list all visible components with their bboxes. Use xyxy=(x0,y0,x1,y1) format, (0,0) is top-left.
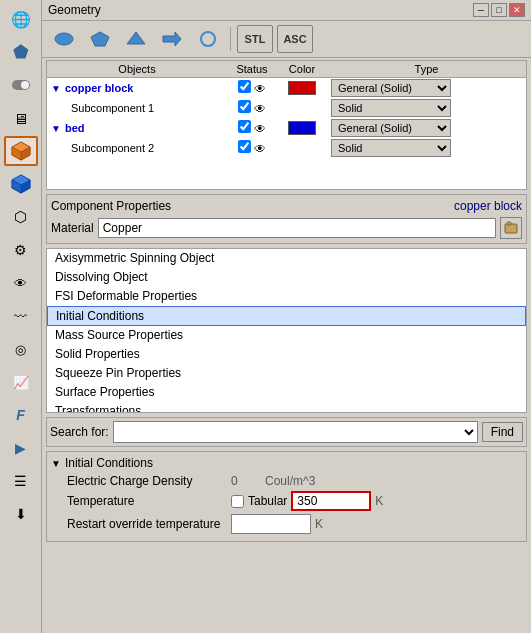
ic-restart-temp-unit: K xyxy=(315,517,365,531)
list-item[interactable]: Axisymmetric Spinning Object xyxy=(47,249,526,268)
minimize-button[interactable]: ─ xyxy=(473,3,489,17)
search-input[interactable] xyxy=(113,421,478,443)
eye-copper-block[interactable]: 👁 xyxy=(254,82,266,96)
table-row[interactable]: ▼bed 👁 General (Solid) xyxy=(47,118,526,138)
window-title: Geometry xyxy=(48,3,101,17)
titlebar-controls: ─ □ ✕ xyxy=(473,3,525,17)
row-name-copper-block[interactable]: ▼copper block xyxy=(47,78,227,99)
sidebar-icon-monitor[interactable]: 🖥 xyxy=(4,103,38,133)
list-item[interactable]: Mass Source Properties xyxy=(47,326,526,345)
eye-bed[interactable]: 👁 xyxy=(254,122,266,136)
type-select-subcomponent2[interactable]: Solid xyxy=(331,139,451,157)
row-type-subcomponent2[interactable]: Solid xyxy=(327,138,526,158)
svg-point-1 xyxy=(21,81,29,89)
sidebar-icon-download[interactable]: ⬇ xyxy=(4,499,38,529)
svg-rect-16 xyxy=(507,222,511,225)
type-select-copper-block[interactable]: General (Solid) xyxy=(331,79,451,97)
svg-rect-15 xyxy=(505,224,517,233)
row-type-copper-block[interactable]: General (Solid) xyxy=(327,78,526,99)
eye-subcomponent1[interactable]: 👁 xyxy=(254,102,266,116)
sidebar-icon-toggle[interactable] xyxy=(4,70,38,100)
find-button[interactable]: Find xyxy=(482,422,523,442)
close-button[interactable]: ✕ xyxy=(509,3,525,17)
material-row: Material xyxy=(51,217,522,239)
sidebar-icon-eye[interactable]: 👁 xyxy=(4,268,38,298)
col-header-objects: Objects xyxy=(47,61,227,78)
row-status-copper-block: 👁 xyxy=(227,78,277,99)
sidebar-icon-geometry[interactable]: ⬟ xyxy=(4,37,38,67)
list-item[interactable]: Dissolving Object xyxy=(47,268,526,287)
material-browse-button[interactable] xyxy=(500,217,522,239)
list-item[interactable]: Transformations xyxy=(47,402,526,413)
checkbox-subcomponent2[interactable] xyxy=(238,140,251,153)
checkbox-bed[interactable] xyxy=(238,120,251,133)
sidebar-icon-mesh[interactable]: ⬡ xyxy=(4,202,38,232)
ic-row-restart-temp: Restart override temperature K xyxy=(51,514,522,534)
ic-temperature-input[interactable] xyxy=(291,491,371,511)
ic-electric-charge-value: 0 xyxy=(231,474,261,488)
shape-tool-3-btn[interactable] xyxy=(120,25,152,53)
col-header-type: Type xyxy=(327,61,526,78)
asc-tool-btn[interactable]: ASC xyxy=(277,25,313,53)
row-color-subcomponent1 xyxy=(277,98,327,118)
titlebar: Geometry ─ □ ✕ xyxy=(42,0,531,21)
sidebar-icon-target[interactable]: ◎ xyxy=(4,334,38,364)
ic-temperature-unit: K xyxy=(375,494,425,508)
list-item[interactable]: Surface Properties xyxy=(47,383,526,402)
expand-arrow-bed[interactable]: ▼ xyxy=(51,123,61,134)
table-row[interactable]: Subcomponent 1 👁 Solid xyxy=(47,98,526,118)
ic-restart-temp-input[interactable] xyxy=(231,514,311,534)
circle-tool-btn[interactable] xyxy=(192,25,224,53)
type-select-subcomponent1[interactable]: Solid xyxy=(331,99,451,117)
ellipse-tool-btn[interactable] xyxy=(48,25,80,53)
ic-tabular-label: Tabular xyxy=(248,494,287,508)
sidebar: 🌐 ⬟ 🖥 ⬡ ⚙ 👁 〰 ◎ 📈 F ▶ ☰ ⬇ xyxy=(0,0,42,633)
svg-marker-11 xyxy=(91,32,109,46)
row-type-subcomponent1[interactable]: Solid xyxy=(327,98,526,118)
stl-tool-btn[interactable]: STL xyxy=(237,25,273,53)
row-color-copper-block[interactable] xyxy=(277,78,327,99)
row-name-bed[interactable]: ▼bed xyxy=(47,118,227,138)
sidebar-icon-play[interactable]: ▶ xyxy=(4,433,38,463)
list-item[interactable]: Squeeze Pin Properties xyxy=(47,364,526,383)
material-input[interactable] xyxy=(98,218,496,238)
type-select-bed[interactable]: General (Solid) xyxy=(331,119,451,137)
toolbar-separator-1 xyxy=(230,27,231,51)
ic-tabular-checkbox[interactable] xyxy=(231,495,244,508)
main-panel: Geometry ─ □ ✕ STL ASC xyxy=(42,0,531,633)
list-item[interactable]: FSI Deformable Properties xyxy=(47,287,526,306)
list-item[interactable]: Solid Properties xyxy=(47,345,526,364)
svg-marker-13 xyxy=(163,32,181,46)
sidebar-icon-cube-blue[interactable] xyxy=(4,169,38,199)
row-type-bed[interactable]: General (Solid) xyxy=(327,118,526,138)
row-status-subcomponent1: 👁 xyxy=(227,98,277,118)
ic-panel-title: Initial Conditions xyxy=(65,456,153,470)
ic-panel-header: ▼ Initial Conditions xyxy=(51,456,522,470)
sidebar-icon-list[interactable]: ☰ xyxy=(4,466,38,496)
ic-row-electric-charge: Electric Charge Density 0 Coul/m^3 xyxy=(51,474,522,488)
sidebar-icon-graph[interactable]: 📈 xyxy=(4,367,38,397)
sidebar-icon-wave[interactable]: 〰 xyxy=(4,301,38,331)
sidebar-icon-settings[interactable]: ⚙ xyxy=(4,235,38,265)
list-item-initial-conditions[interactable]: Initial Conditions xyxy=(47,306,526,326)
sidebar-icon-globe[interactable]: 🌐 xyxy=(4,4,38,34)
arrow-tool-btn[interactable] xyxy=(156,25,188,53)
sidebar-icon-f[interactable]: F xyxy=(4,400,38,430)
row-name-subcomponent1[interactable]: Subcomponent 1 xyxy=(47,98,227,118)
shape-tool-2-btn[interactable] xyxy=(84,25,116,53)
ic-temperature-label: Temperature xyxy=(67,494,227,508)
sidebar-icon-cube-orange[interactable] xyxy=(4,136,38,166)
objects-panel: Objects Status Color Type ▼copper block … xyxy=(46,60,527,190)
row-name-subcomponent2[interactable]: Subcomponent 2 xyxy=(47,138,227,158)
table-row[interactable]: ▼copper block 👁 General (Solid) xyxy=(47,78,526,99)
expand-arrow-copper[interactable]: ▼ xyxy=(51,83,61,94)
comp-props-title: Component Properties xyxy=(51,199,171,213)
table-row[interactable]: Subcomponent 2 👁 Solid xyxy=(47,138,526,158)
maximize-button[interactable]: □ xyxy=(491,3,507,17)
row-color-bed[interactable] xyxy=(277,118,327,138)
eye-subcomponent2[interactable]: 👁 xyxy=(254,142,266,156)
svg-point-10 xyxy=(55,33,73,45)
checkbox-copper-block[interactable] xyxy=(238,80,251,93)
properties-list: Axisymmetric Spinning Object Dissolving … xyxy=(46,248,527,413)
checkbox-subcomponent1[interactable] xyxy=(238,100,251,113)
